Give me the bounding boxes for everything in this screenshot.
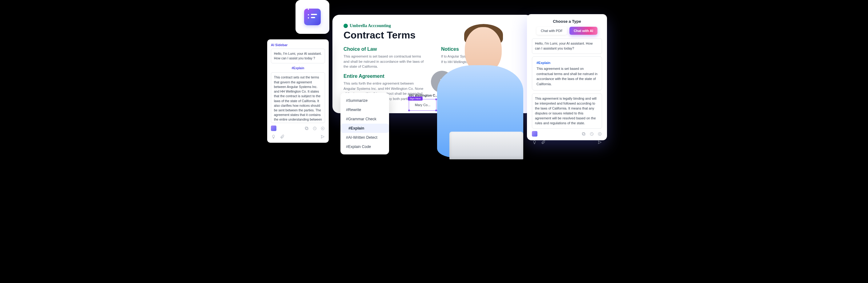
ai-sidebar-title: AI Sidebar (271, 43, 325, 47)
section-heading: Entire Agreement (343, 73, 424, 79)
lightbulb-icon[interactable] (532, 140, 537, 145)
lightbulb-icon[interactable] (271, 134, 276, 139)
hash-menu-item[interactable]: #Explain Code (340, 142, 389, 151)
hash-tag: #Explain (271, 66, 325, 70)
svg-rect-4 (583, 133, 585, 135)
section-body: If to Angular Systems Inc. (441, 54, 521, 59)
assistant-greeting: Hello, I'm Lumi, your AI assistant. How … (532, 38, 602, 54)
brand-row: Umbrella Acccounting (343, 23, 521, 28)
pdf-badge-icon (532, 131, 537, 136)
svg-rect-1 (305, 127, 308, 129)
sign-here-tag: Sign Here (408, 97, 423, 101)
section-body: If to HH Wellington Co. (441, 59, 521, 65)
hash-menu-item[interactable]: #Explain (340, 124, 389, 133)
hash-menu-item[interactable]: #Summarize (340, 96, 389, 105)
svg-rect-0 (306, 127, 308, 130)
app-icon-card (296, 0, 329, 34)
copy-icon[interactable] (581, 131, 586, 136)
section-body: This agreement is set based on contractu… (343, 54, 424, 69)
play-circle-icon[interactable] (320, 126, 325, 131)
play-icon (438, 77, 447, 86)
umbrella-logo-icon (343, 24, 348, 28)
signature-name: Mary Co... (415, 103, 431, 107)
laptop-icon (450, 132, 523, 159)
history-icon[interactable] (589, 131, 594, 136)
choose-type-panel: Choose a Type Chat with PDF Chat with AI… (527, 14, 607, 140)
chat-input-row[interactable] (532, 140, 602, 145)
assistant-response-text: This contract sets out the terms that go… (274, 75, 322, 123)
hash-menu-item[interactable]: #Grammar Check (340, 115, 389, 124)
copy-icon[interactable] (304, 126, 309, 131)
ai-doc-app-icon (304, 9, 321, 25)
signature-field[interactable]: Sign Here Mary Co... (409, 99, 436, 111)
history-icon[interactable] (312, 126, 317, 131)
svg-rect-5 (582, 132, 585, 135)
tab-chat-with-ai[interactable]: Chat with AI (569, 27, 597, 35)
hash-menu-item[interactable]: #AI-Written Detect (340, 133, 389, 142)
document-title: Contract Terms (343, 30, 521, 41)
pdf-badge-icon (271, 126, 276, 131)
assistant-response: This agreement is legally binding and wi… (532, 94, 602, 129)
section-heading: Notices (441, 46, 521, 52)
attachment-icon[interactable] (540, 140, 546, 145)
send-icon[interactable] (320, 134, 325, 139)
hash-tag: #Explain (536, 60, 598, 65)
send-icon[interactable] (597, 140, 602, 145)
hash-menu-item[interactable]: #Rewrite (340, 105, 389, 115)
brand-name: Umbrella Acccounting (350, 23, 391, 28)
panel-title: Choose a Type (532, 19, 602, 24)
attachment-icon[interactable] (279, 134, 284, 139)
play-circle-icon[interactable] (597, 131, 602, 136)
quoted-selection: #Explain This agreement is set based on … (532, 56, 602, 91)
tab-chat-with-pdf[interactable]: Chat with PDF (536, 27, 567, 35)
section-heading: Choice of Law (343, 46, 424, 52)
hash-command-menu: #Summarize#Rewrite#Grammar Check#Explain… (340, 93, 389, 154)
signature-block: HH Wellington C... Sign Here Mary Co... (409, 94, 438, 111)
quoted-text: This agreement is set based on contractu… (536, 67, 597, 86)
assistant-response: This contract sets out the terms that go… (271, 72, 325, 123)
chat-input-row[interactable] (271, 134, 325, 139)
assistant-greeting: Hello, I'm Lumi, your AI assistant. How … (271, 49, 325, 63)
play-button[interactable] (431, 71, 453, 93)
ai-sidebar-panel: AI Sidebar Hello, I'm Lumi, your AI assi… (267, 39, 329, 143)
